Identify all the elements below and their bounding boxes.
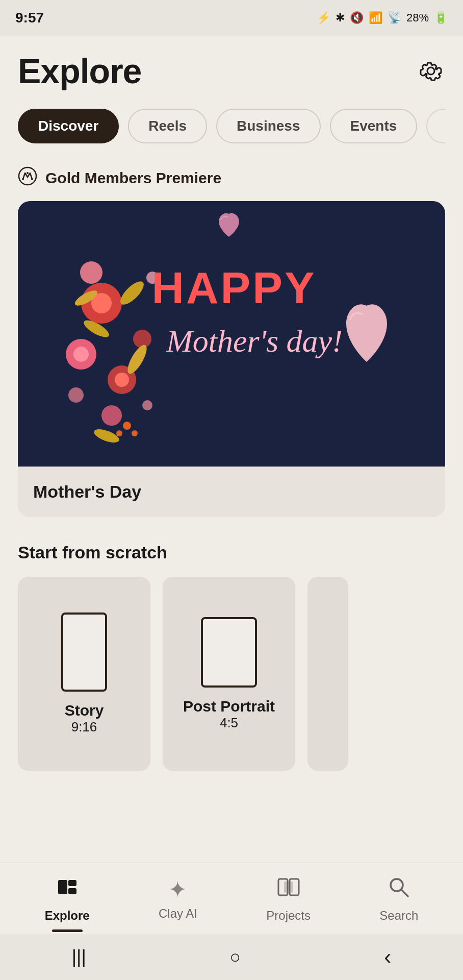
featured-card-title: Mother's Day [33,482,141,501]
svg-point-21 [142,400,152,410]
android-back-btn[interactable]: ‹ [384,945,391,969]
portrait-name: Post Portrait [183,698,275,715]
projects-icon [276,875,301,904]
portrait-format-icon [201,617,257,688]
svg-text:Mother's day!: Mother's day! [166,324,343,358]
svg-point-24 [116,430,122,436]
scratch-section: Start from scratch Story 9:16 Post Portr… [18,543,445,771]
category-tabs: Discover Reels Business Events B [18,109,445,143]
search-icon [387,875,411,904]
svg-point-12 [133,330,151,348]
story-name: Story [65,702,104,719]
status-icons: ⚡ ✱ 🔇 📶 📡 28% 🔋 [317,11,448,24]
status-bar: 9:57 ⚡ ✱ 🔇 📶 📡 28% 🔋 [0,0,463,36]
search-label: Search [379,909,418,923]
bluetooth-icon: ⚡ [317,11,330,24]
nav-explore[interactable]: Explore [45,875,90,923]
story-format-icon [61,612,107,692]
gold-members-section: Gold Members Premiere [18,166,445,190]
crown-icon [18,166,37,190]
header: Explore [18,51,445,91]
mute-icon: 🔇 [350,11,364,24]
portrait-ratio: 4:5 [183,715,275,731]
portrait-label: Post Portrait 4:5 [183,698,275,731]
story-label: Story 9:16 [65,702,104,735]
svg-point-23 [132,430,138,436]
svg-point-10 [115,373,129,387]
tab-reels[interactable]: Reels [128,109,207,143]
svg-line-34 [401,890,408,896]
partial-card[interactable] [307,577,348,771]
post-portrait-card[interactable]: Post Portrait 4:5 [163,577,295,771]
svg-point-14 [68,387,84,403]
story-ratio: 9:16 [65,719,104,735]
nav-projects[interactable]: Projects [266,875,311,923]
svg-point-8 [73,347,89,362]
android-home-btn[interactable]: ○ [229,946,241,968]
page-title: Explore [18,51,141,91]
wifi-icon: 📶 [369,11,382,24]
featured-image: HAPPY Mother's day! [18,201,445,467]
battery-icon: 🔋 [434,11,448,24]
bottom-nav: Explore ✦ Clay AI Projects Search [0,863,463,934]
scratch-cards: Story 9:16 Post Portrait 4:5 [18,577,445,771]
tab-discover[interactable]: Discover [18,109,119,143]
featured-card-label: Mother's Day [18,467,445,517]
bluetooth-icon2: ✱ [336,11,345,24]
android-nav: ||| ○ ‹ [0,934,463,980]
story-card[interactable]: Story 9:16 [18,577,150,771]
status-time: 9:57 [15,10,44,26]
clay-ai-label: Clay AI [159,906,197,921]
svg-text:HAPPY: HAPPY [151,262,316,313]
portrait-rect [201,617,257,688]
nav-search[interactable]: Search [379,875,418,923]
explore-label: Explore [45,909,90,923]
svg-point-11 [80,261,102,284]
svg-point-13 [101,405,122,426]
scratch-title: Start from scratch [18,543,445,562]
projects-label: Projects [266,909,311,923]
svg-point-2 [27,172,29,174]
tab-business[interactable]: Business [216,109,321,143]
svg-rect-32 [284,881,293,893]
main-content: Explore Discover Reels Business Events B… [0,36,463,771]
svg-point-22 [123,422,131,430]
tab-events[interactable]: Events [330,109,418,143]
svg-rect-28 [68,880,76,886]
settings-button[interactable] [417,57,445,85]
svg-point-3 [31,178,33,180]
svg-rect-27 [58,880,67,894]
story-rect [61,612,107,692]
explore-icon [55,875,80,904]
svg-point-1 [22,178,24,180]
svg-rect-29 [68,888,76,894]
gold-members-label: Gold Members Premiere [45,169,221,187]
signal-icon: 📡 [388,11,401,24]
featured-card[interactable]: HAPPY Mother's day! Mother's Day [18,201,445,517]
nav-clay-ai[interactable]: ✦ Clay AI [159,876,197,921]
battery-percent: 28% [406,11,429,24]
clay-ai-icon: ✦ [168,876,187,902]
android-menu-btn[interactable]: ||| [72,946,86,968]
tab-extra[interactable]: B [426,109,445,143]
